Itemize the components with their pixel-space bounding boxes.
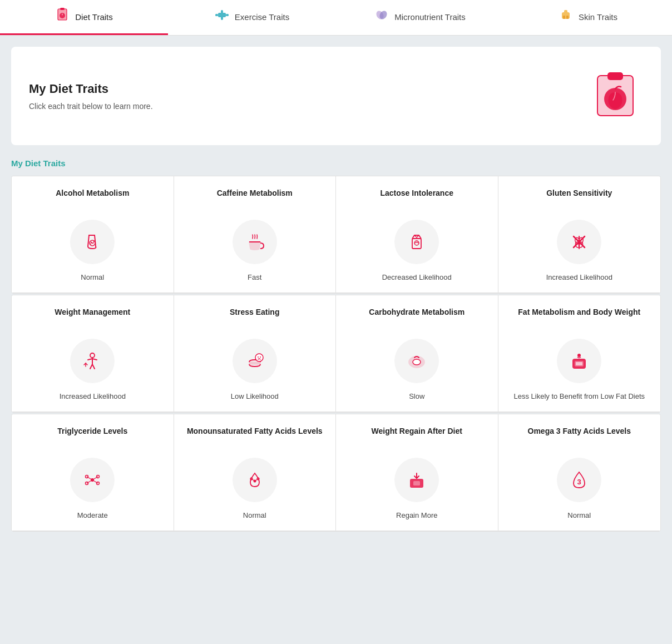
- traits-grid-row3: Triglyceride Levels Moderate Mo: [11, 414, 661, 532]
- exercise-tab-icon: [215, 8, 229, 26]
- trait-card-lactose[interactable]: Lactose Intolerance Decreased Likelihood: [336, 176, 498, 293]
- trait-value-lactose: Decreased Likelihood: [382, 273, 452, 281]
- svg-point-26: [90, 353, 95, 358]
- svg-line-45: [92, 480, 98, 483]
- trait-title-regain: Weight Regain After Diet: [372, 427, 462, 448]
- tab-exercise[interactable]: Exercise Traits: [168, 0, 336, 35]
- trait-value-regain: Regain More: [396, 511, 437, 519]
- trait-icon-regain: [394, 458, 439, 502]
- trait-title-lactose: Lactose Intolerance: [381, 189, 454, 210]
- trait-value-mono: Normal: [243, 511, 266, 519]
- trait-value-weight: Increased Likelihood: [60, 392, 126, 400]
- trait-icon-omega3: 3: [557, 458, 601, 502]
- trait-card-weight[interactable]: Weight Management Increased Likelihood: [12, 295, 174, 412]
- hero-illustration: [587, 65, 643, 127]
- trait-title-carb: Carbohydrate Metabolism: [369, 308, 465, 329]
- svg-point-32: [413, 359, 421, 365]
- svg-line-42: [87, 477, 92, 480]
- trait-card-alcohol[interactable]: Alcohol Metabolism Normal: [12, 176, 174, 293]
- trait-icon-caffeine: [233, 220, 277, 264]
- trait-icon-lactose: [394, 220, 439, 264]
- trait-value-carb: Slow: [409, 392, 424, 400]
- trait-title-triglyceride: Triglyceride Levels: [57, 427, 127, 448]
- tab-micronutrient[interactable]: Micronutrient Traits: [336, 0, 504, 35]
- svg-rect-18: [412, 239, 421, 249]
- svg-rect-15: [607, 72, 623, 80]
- trait-title-stress: Stress Eating: [230, 308, 279, 329]
- micronutrient-tab-icon: [374, 8, 389, 26]
- trait-value-gluten: Increased Likelihood: [546, 273, 612, 281]
- trait-icon-stress: [233, 339, 277, 383]
- trait-card-mono[interactable]: Monounsaturated Fatty Acids Levels Norma…: [174, 414, 337, 531]
- trait-title-omega3: Omega 3 Fatty Acids Levels: [528, 427, 631, 448]
- trait-value-alcohol: Normal: [81, 273, 104, 281]
- trait-icon-carb: [394, 339, 439, 383]
- trait-value-stress: Low Likelihood: [231, 392, 279, 400]
- tab-skin-label: Skin Traits: [579, 12, 617, 22]
- trait-card-caffeine[interactable]: Caffeine Metabolism Fast: [174, 176, 337, 293]
- svg-rect-52: [413, 481, 420, 486]
- svg-text:3: 3: [577, 478, 581, 486]
- trait-card-triglyceride[interactable]: Triglyceride Levels Moderate: [12, 414, 174, 531]
- trait-card-fat[interactable]: Fat Metabolism and Body Weight Less Like…: [498, 295, 661, 412]
- trait-icon-fat: [557, 339, 601, 383]
- svg-point-28: [255, 354, 263, 361]
- svg-rect-12: [566, 16, 569, 19]
- trait-card-omega3[interactable]: Omega 3 Fatty Acids Levels 3 Normal: [498, 414, 661, 531]
- trait-card-carb[interactable]: Carbohydrate Metabolism Slow: [336, 295, 498, 412]
- svg-rect-35: [576, 362, 582, 365]
- tabs-bar: Diet Traits Exercise Traits Micronutrien…: [0, 0, 672, 36]
- trait-icon-gluten: [557, 220, 601, 264]
- trait-icon-triglyceride: [70, 458, 115, 502]
- hero-card: My Diet Traits Click each trait below to…: [11, 47, 661, 145]
- trait-title-mono: Monounsaturated Fatty Acids Levels: [187, 427, 323, 448]
- trait-title-caffeine: Caffeine Metabolism: [217, 189, 293, 210]
- diet-tab-icon: [55, 8, 70, 26]
- trait-icon-weight: [70, 339, 115, 383]
- tab-micronutrient-label: Micronutrient Traits: [394, 12, 466, 22]
- hero-subtitle: Click each trait below to learn more.: [29, 102, 153, 111]
- section-title: My Diet Traits: [11, 158, 661, 168]
- svg-line-43: [92, 477, 98, 480]
- svg-rect-6: [221, 10, 223, 20]
- tab-skin[interactable]: Skin Traits: [504, 0, 672, 35]
- svg-line-44: [87, 480, 92, 483]
- svg-point-30: [260, 356, 261, 358]
- trait-title-fat: Fat Metabolism and Body Weight: [518, 308, 640, 329]
- trait-icon-alcohol: [70, 220, 115, 264]
- trait-title-alcohol: Alcohol Metabolism: [56, 189, 129, 210]
- svg-rect-4: [226, 14, 229, 16]
- tab-diet[interactable]: Diet Traits: [0, 0, 168, 35]
- traits-grid-row1: Alcohol Metabolism Normal Caffeine Metab…: [11, 176, 661, 294]
- svg-point-36: [577, 354, 581, 357]
- trait-card-gluten[interactable]: Gluten Sensitivity Increased Likelihood: [498, 176, 661, 293]
- trait-icon-mono: [233, 458, 277, 502]
- svg-point-29: [258, 356, 259, 358]
- hero-text: My Diet Traits Click each trait below to…: [29, 82, 153, 111]
- traits-grid-row2: Weight Management Increased Likelihood S…: [11, 295, 661, 413]
- trait-value-triglyceride: Moderate: [77, 511, 108, 519]
- tab-exercise-label: Exercise Traits: [235, 12, 289, 22]
- svg-rect-3: [215, 14, 218, 16]
- main-content: My Diet Traits Click each trait below to…: [0, 36, 672, 544]
- trait-value-caffeine: Fast: [248, 273, 261, 281]
- trait-card-regain[interactable]: Weight Regain After Diet Regain More: [336, 414, 498, 531]
- trait-title-weight: Weight Management: [55, 308, 130, 329]
- trait-title-gluten: Gluten Sensitivity: [546, 189, 612, 210]
- svg-rect-27: [249, 362, 260, 364]
- svg-rect-1: [60, 8, 65, 10]
- trait-value-fat: Less Likely to Benefit from Low Fat Diet…: [513, 392, 645, 400]
- skin-tab-icon: [559, 8, 573, 26]
- hero-title: My Diet Traits: [29, 82, 153, 96]
- svg-rect-10: [564, 10, 567, 13]
- tab-diet-label: Diet Traits: [75, 12, 113, 22]
- trait-card-stress[interactable]: Stress Eating Low Likelihood: [174, 295, 337, 412]
- trait-value-omega3: Normal: [567, 511, 591, 519]
- svg-rect-11: [563, 16, 565, 19]
